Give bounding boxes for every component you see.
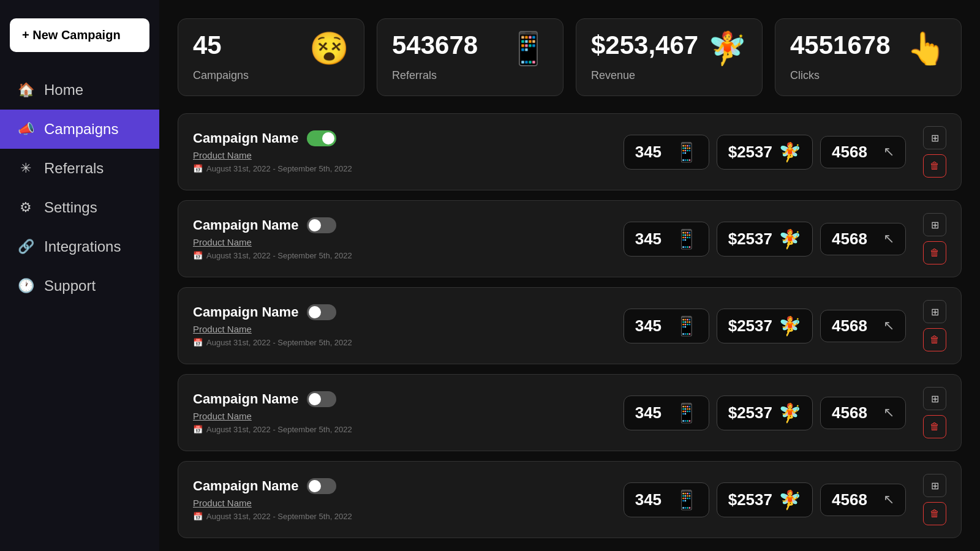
stat-value-clicks: 4551678 [790,32,891,58]
cursor-icon-4: ↖ [883,492,894,508]
delete-button-2[interactable]: 🗑 [923,328,946,351]
referrals-box-2: 345 📱 [624,309,709,343]
delete-button-0[interactable]: 🗑 [923,154,946,178]
revenue-emoji-3: 🧚 [778,402,801,424]
referrals-box-3: 345 📱 [624,395,709,430]
referrals-value-2: 345 [635,317,662,335]
delete-button-3[interactable]: 🗑 [923,415,946,438]
revenue-emoji-1: 🧚 [778,228,801,250]
stat-emoji-clicks: 👆 [907,32,946,64]
support-icon: 🕐 [17,278,34,294]
product-name-3[interactable]: Product Name [193,411,611,421]
revenue-box-1: $2537 🧚 [717,222,813,257]
stat-card-top-clicks: 4551678 👆 [790,32,946,64]
stat-emoji-referrals: 📱 [508,32,548,64]
product-name-0[interactable]: Product Name [193,150,611,160]
referrals-emoji-0: 📱 [675,141,698,163]
campaign-info-0: Campaign Name Product Name 📅 August 31st… [193,130,611,173]
sidebar-label-settings: Settings [44,199,97,216]
date-range-0: August 31st, 2022 - September 5th, 2022 [206,164,352,173]
sidebar-item-referrals[interactable]: ✳ Referrals [0,149,159,188]
campaign-title-row-1: Campaign Name [193,217,611,233]
metric-boxes-1: 345 📱 $2537 🧚 4568 ↖ [624,222,906,257]
revenue-box-0: $2537 🧚 [717,135,813,170]
campaign-info-3: Campaign Name Product Name 📅 August 31st… [193,391,611,434]
toggle-knob-4 [309,480,321,492]
metric-boxes-0: 345 📱 $2537 🧚 4568 ↖ [624,135,906,170]
referrals-box-1: 345 📱 [624,222,709,257]
sidebar-item-integrations[interactable]: 🔗 Integrations [0,227,159,266]
date-range-4: August 31st, 2022 - September 5th, 2022 [206,512,352,521]
campaign-info-1: Campaign Name Product Name 📅 August 31st… [193,217,611,260]
toggle-knob-1 [309,219,321,231]
product-name-1[interactable]: Product Name [193,237,611,247]
toggle-knob-2 [309,306,321,318]
sidebar-label-home: Home [44,81,83,99]
integrations-icon: 🔗 [17,239,34,255]
campaign-card: Campaign Name Product Name 📅 August 31st… [178,287,962,364]
cursor-icon-0: ↖ [883,144,894,160]
stat-card-referrals: 543678 📱 Referrals [377,18,564,96]
view-button-2[interactable]: ⊞ [923,300,946,323]
campaigns-icon: 📣 [17,121,34,137]
metric-boxes-3: 345 📱 $2537 🧚 4568 ↖ [624,395,906,430]
campaign-list: Campaign Name Product Name 📅 August 31st… [178,113,962,538]
referrals-emoji-3: 📱 [675,402,698,424]
product-name-4[interactable]: Product Name [193,498,611,508]
sidebar-item-support[interactable]: 🕐 Support [0,266,159,305]
date-range-3: August 31st, 2022 - September 5th, 2022 [206,425,352,434]
stat-card-clicks: 4551678 👆 Clicks [775,18,962,96]
referrals-value-0: 345 [635,143,662,162]
stat-label-clicks: Clicks [790,69,946,82]
sidebar-nav: 🏠 Home 📣 Campaigns ✳ Referrals ⚙ Setting… [0,70,159,305]
campaign-date-1: 📅 August 31st, 2022 - September 5th, 202… [193,251,611,260]
sidebar-label-integrations: Integrations [44,238,121,255]
campaign-title-row-0: Campaign Name [193,130,611,146]
revenue-value-0: $2537 [728,143,772,162]
campaign-toggle-1[interactable] [307,217,336,233]
toggle-knob-0 [322,132,334,144]
date-range-1: August 31st, 2022 - September 5th, 2022 [206,251,352,260]
action-icons-4: ⊞ 🗑 [923,474,946,525]
sidebar-item-campaigns[interactable]: 📣 Campaigns [0,110,159,149]
home-icon: 🏠 [17,82,34,98]
metric-boxes-4: 345 📱 $2537 🧚 4568 ↖ [624,482,906,517]
calendar-icon-3: 📅 [193,425,203,434]
clicks-value-0: 4568 [832,143,867,162]
revenue-emoji-0: 🧚 [778,141,801,163]
view-button-0[interactable]: ⊞ [923,126,946,149]
revenue-emoji-2: 🧚 [778,315,801,337]
stat-card-top-campaigns: 45 😵 [193,32,349,64]
stat-card-revenue: $253,467 🧚 Revenue [576,18,763,96]
new-campaign-button[interactable]: + New Campaign [10,18,149,52]
referrals-icon: ✳ [17,160,34,176]
campaign-toggle-4[interactable] [307,478,336,494]
campaign-title-row-2: Campaign Name [193,304,611,320]
clicks-value-3: 4568 [832,403,867,422]
revenue-emoji-4: 🧚 [778,489,801,511]
view-button-4[interactable]: ⊞ [923,474,946,497]
stat-value-revenue: $253,467 [591,32,698,58]
delete-button-4[interactable]: 🗑 [923,502,946,525]
campaign-name-1: Campaign Name [193,217,298,233]
campaign-date-4: 📅 August 31st, 2022 - September 5th, 202… [193,512,611,521]
campaign-date-3: 📅 August 31st, 2022 - September 5th, 202… [193,425,611,434]
campaign-toggle-2[interactable] [307,304,336,320]
sidebar-item-settings[interactable]: ⚙ Settings [0,188,159,227]
campaign-toggle-3[interactable] [307,391,336,407]
action-icons-1: ⊞ 🗑 [923,213,946,264]
view-button-3[interactable]: ⊞ [923,387,946,410]
campaign-toggle-0[interactable] [307,130,336,146]
view-button-1[interactable]: ⊞ [923,213,946,236]
new-campaign-label: + New Campaign [22,28,121,42]
stat-emoji-campaigns: 😵 [309,32,349,64]
sidebar-label-referrals: Referrals [44,160,104,177]
product-name-2[interactable]: Product Name [193,324,611,334]
action-icons-2: ⊞ 🗑 [923,300,946,351]
revenue-box-2: $2537 🧚 [717,309,813,343]
campaign-info-2: Campaign Name Product Name 📅 August 31st… [193,304,611,347]
sidebar-item-home[interactable]: 🏠 Home [0,70,159,110]
stat-label-campaigns: Campaigns [193,69,349,82]
delete-button-1[interactable]: 🗑 [923,241,946,264]
stat-label-revenue: Revenue [591,69,747,82]
